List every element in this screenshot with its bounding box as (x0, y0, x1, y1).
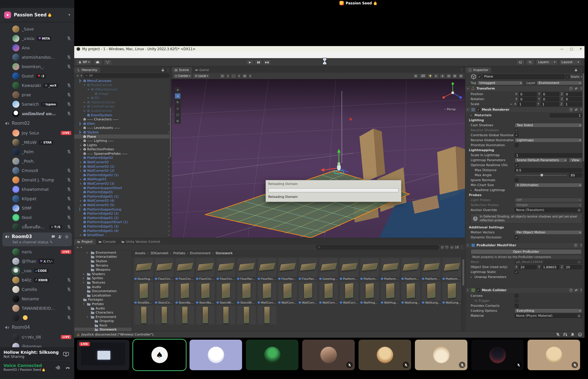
asset-tile[interactable]: WallHuge01 (360, 282, 379, 304)
prefab-open-chevron[interactable]: › (168, 233, 170, 237)
static-mixed-checkbox[interactable]: – (566, 75, 570, 79)
collab-button[interactable] (104, 59, 112, 65)
voice-member[interactable]: Joy SoLo LIVE (0, 128, 74, 138)
foldout-arrow-icon[interactable]: ▾ (83, 84, 86, 86)
folder-item[interactable]: ▸ Environment (74, 250, 132, 255)
perspective-label[interactable]: ‹ Persp (445, 107, 456, 111)
lightmap-parameters-dropdown[interactable]: Scene Default Parameters (515, 158, 567, 162)
cloud-button[interactable] (93, 59, 102, 65)
asset-tile[interactable]: WallCorner... (258, 282, 276, 304)
view-button[interactable]: View (569, 158, 582, 162)
hierarchy-item[interactable]: ▸ WallCorner02 (2) › (74, 169, 171, 173)
probes-subheader[interactable]: Probes (465, 193, 584, 198)
hierarchy-item[interactable]: PlatformEdge01 (3) › (74, 224, 171, 229)
voice-member[interactable]: khawtommat (0, 185, 74, 194)
grid-snap-dropdown[interactable]: ▾ (226, 74, 230, 78)
position-z-field[interactable]: 0 (565, 92, 582, 96)
asset-tile[interactable] (155, 306, 174, 324)
folder-item[interactable]: Audio (74, 306, 132, 311)
max-angle-slider[interactable] (516, 175, 567, 176)
voice-member[interactable]: prae (0, 90, 74, 100)
asset-tile[interactable]: FloorCircul... (217, 258, 235, 280)
hierarchy-item[interactable]: PlatformSupportShort (1) › (74, 220, 171, 225)
folder-item[interactable]: Interactables (74, 255, 132, 259)
folder-item[interactable]: ▾ Environment (74, 315, 132, 319)
lightmapping-subheader[interactable]: Lightmapping (465, 148, 584, 153)
help-icon[interactable]: ? (569, 289, 573, 292)
voice-member[interactable]: Ana (0, 43, 74, 53)
hierarchy-item[interactable]: ▸ WallCorner02 (1) › (74, 164, 171, 169)
voice-member[interactable]: naris LIVE (0, 247, 74, 257)
disconnect-call-icon[interactable] (65, 365, 71, 370)
asset-tile[interactable]: WallLong0... (422, 282, 441, 304)
asset-tile[interactable]: WallCorne... (340, 282, 359, 304)
unity-titlebar[interactable]: My project - 1 - Windows, Mac, Linux - U… (74, 46, 584, 52)
convex-checkbox[interactable] (515, 294, 518, 298)
foldout-arrow-icon[interactable]: ▸ (83, 105, 86, 108)
voice-member[interactable]: Kawazaki ☠_mrX (0, 81, 74, 90)
snap-increment-toggle[interactable] (231, 74, 236, 78)
foldout-arrow-icon[interactable]: ▸ (79, 234, 82, 236)
folder-item[interactable]: Stonework (74, 328, 132, 331)
position-y-field[interactable]: 0 (542, 92, 559, 96)
asset-tile[interactable] (237, 306, 256, 324)
physic-material-field[interactable]: None (Physic Material)◉ (515, 314, 582, 318)
voice-channel-room03-selected[interactable]: Room03 Set a channel status✎ (2, 233, 72, 246)
provides-contacts-checkbox[interactable] (515, 304, 518, 308)
gizmos-dropdown[interactable] (458, 74, 464, 78)
probuilder-header[interactable]: ▾ ProBuilder MeshFilter ?⋮ (465, 242, 584, 248)
hierarchy-item[interactable]: ----- Characters ----- › (74, 117, 171, 122)
maximize-button[interactable]: ▢ (570, 47, 573, 51)
project-panel-tab[interactable]: Console (96, 239, 119, 245)
asset-tile[interactable]: WallCorner... (278, 282, 297, 304)
voice-member[interactable]: _Palm (0, 147, 74, 156)
server-dropdown-chevron-icon[interactable]: ▾ (68, 13, 70, 17)
link-scale-icon[interactable]: ∞ (510, 102, 512, 106)
voice-member[interactable]: atomishandsome (0, 53, 74, 62)
search-button[interactable] (526, 59, 534, 65)
tab-inspector[interactable]: i Inspector (465, 67, 491, 73)
voice-signal-icon[interactable] (55, 365, 61, 370)
rotation-x-field[interactable]: 0 (519, 97, 537, 101)
static-dropdown-arrow[interactable]: ▾ (581, 75, 582, 78)
asset-tile[interactable]: PlatformL... (401, 258, 420, 280)
rect-tool[interactable]: ▢ (175, 112, 181, 117)
dynamic-occlusion-checkbox[interactable]: ✓ (515, 235, 518, 239)
hierarchy-search[interactable] (83, 73, 170, 78)
asset-tile[interactable] (196, 306, 215, 324)
asset-tile[interactable]: GateHuge... (319, 258, 338, 280)
add-asset-button[interactable]: ＋ (76, 245, 79, 250)
folder-item[interactable]: Weapons (74, 267, 132, 272)
tool-handle-rotation-dropdown[interactable]: Local▾ (193, 74, 209, 78)
component-enabled-checkbox[interactable]: ✓ (477, 288, 480, 292)
layers-dropdown[interactable]: Layers▾ (536, 59, 557, 65)
voice-connected-label[interactable]: Voice Connected (4, 363, 45, 368)
foldout-arrow-icon[interactable]: ▾ (83, 303, 86, 305)
tab-hierarchy[interactable]: Hierarchy (74, 67, 100, 73)
layer-dropdown[interactable]: Environment (537, 81, 582, 85)
foldout-arrow-icon[interactable]: ▸ (79, 165, 82, 168)
folder-item[interactable]: Localization (74, 293, 132, 298)
help-icon[interactable]: ? (569, 108, 573, 112)
asset-tile[interactable]: PlatformS... (422, 258, 441, 280)
folder-item[interactable]: ▸ Textures (74, 280, 132, 285)
min-chart-size-dropdown[interactable]: 4 (Stitchable) (515, 183, 582, 187)
video-tile[interactable]: LIVE (77, 340, 129, 370)
kebab-menu-icon[interactable]: ⋮ (460, 245, 463, 249)
foldout-arrow-icon[interactable]: ▸ (83, 281, 86, 284)
lightmap-static-checkbox[interactable]: ✓ (515, 270, 518, 274)
play-button[interactable]: ▶ (246, 59, 254, 65)
status-warning-text[interactable]: Joystick disconnected ("Wireless Control… (82, 333, 154, 336)
asset-tile[interactable]: StairsNarr... (175, 282, 194, 304)
asset-tile[interactable]: StairsCircu... (155, 282, 174, 304)
foldout-arrow-icon[interactable]: ▸ (79, 148, 82, 151)
position-x-field[interactable]: 0 (519, 92, 537, 96)
hierarchy-item[interactable]: ▸ WallCorner02 › (74, 160, 171, 164)
voice-member[interactable]: Donald J. Trump (0, 175, 74, 185)
hierarchy-item[interactable]: ▸ WallCorner02 (4) › (74, 199, 171, 203)
transform-header[interactable]: ▾ Transform ?⇄⋮ (465, 85, 584, 92)
hierarchy-item[interactable]: PlatformSupportShort › (74, 186, 171, 190)
close-button[interactable]: ✕ (579, 47, 582, 51)
hierarchy-item[interactable]: ▾ UIBackground › (74, 87, 171, 92)
foldout-arrow-icon[interactable]: ▸ (79, 161, 82, 164)
